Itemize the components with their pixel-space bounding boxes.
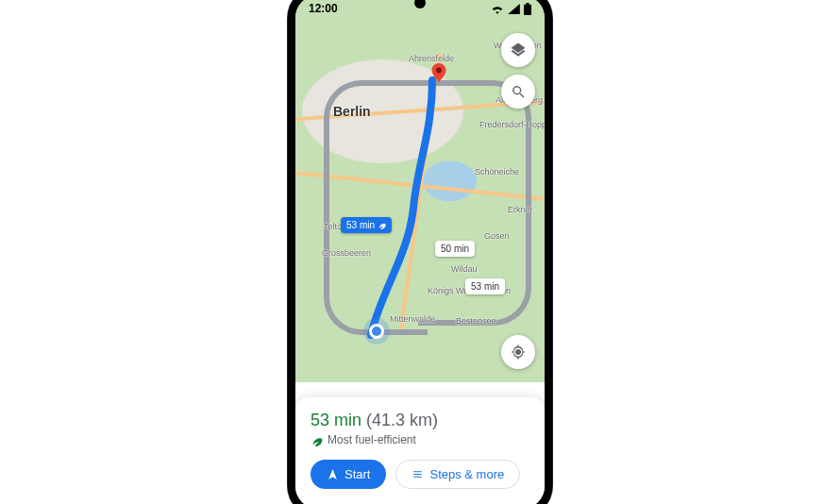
place-label: Ahrensfelde [409, 54, 454, 63]
route-badge-label: 53 min [471, 281, 499, 292]
status-time: 12:00 [309, 2, 338, 15]
destination-pin-icon[interactable] [429, 63, 448, 82]
place-label: Erkner [508, 205, 533, 214]
list-icon [412, 468, 424, 480]
primary-route[interactable] [385, 76, 442, 340]
signal-icon [508, 4, 520, 14]
layers-button[interactable] [501, 33, 535, 67]
svg-point-0 [436, 68, 442, 74]
place-label: Mittenwalde [390, 314, 435, 324]
sheet-actions: Start Steps & more [311, 460, 529, 489]
search-icon [511, 84, 527, 100]
steps-and-more-button[interactable]: Steps & more [395, 460, 520, 489]
layers-icon [510, 42, 527, 59]
route-badge-label: 50 min [441, 244, 469, 254]
leaf-icon [378, 221, 386, 229]
place-label: Wildau [451, 264, 478, 274]
route-distance: (41.3 km) [366, 411, 438, 429]
primary-route-badge[interactable]: 53 min [341, 217, 392, 233]
map-viewport[interactable]: Berlin Ahrensfelde Werneuchen Altlandsbe… [295, 0, 545, 382]
status-icons [491, 3, 531, 15]
search-button[interactable] [501, 75, 535, 109]
place-label: Fredersdorf-Hoppegarten [479, 120, 545, 129]
place-label: Gosen [484, 231, 510, 241]
start-button-label: Start [344, 467, 370, 481]
alternate-route-badge[interactable]: 53 min [465, 278, 505, 294]
alternate-route-badge[interactable]: 50 min [435, 241, 475, 257]
phone-frame: 12:00 Berlin Ahre [288, 0, 552, 504]
screen: 12:00 Berlin Ahre [295, 0, 545, 504]
route-duration: 53 min [311, 411, 361, 429]
route-info-sheet[interactable]: 53 min (41.3 km) Most fuel-efficient Sta… [295, 397, 545, 504]
eco-label: Most fuel-efficient [328, 433, 416, 446]
wifi-icon [491, 4, 504, 14]
city-label-berlin: Berlin [333, 104, 371, 119]
leaf-icon [311, 434, 323, 446]
place-label: Grossbeeren [322, 248, 371, 258]
navigation-arrow-icon [327, 468, 339, 480]
route-summary: 53 min (41.3 km) [311, 411, 529, 430]
crosshair-icon [510, 344, 527, 361]
eco-badge: Most fuel-efficient [311, 433, 529, 446]
place-label: Bestensee [456, 316, 496, 326]
my-location-button[interactable] [501, 335, 535, 369]
route-badge-label: 53 min [346, 220, 375, 230]
start-navigation-button[interactable]: Start [311, 460, 386, 489]
place-label: Schöneiche [475, 167, 519, 176]
steps-button-label: Steps & more [429, 467, 504, 481]
current-location-dot-icon [369, 324, 384, 339]
battery-icon [524, 3, 531, 15]
